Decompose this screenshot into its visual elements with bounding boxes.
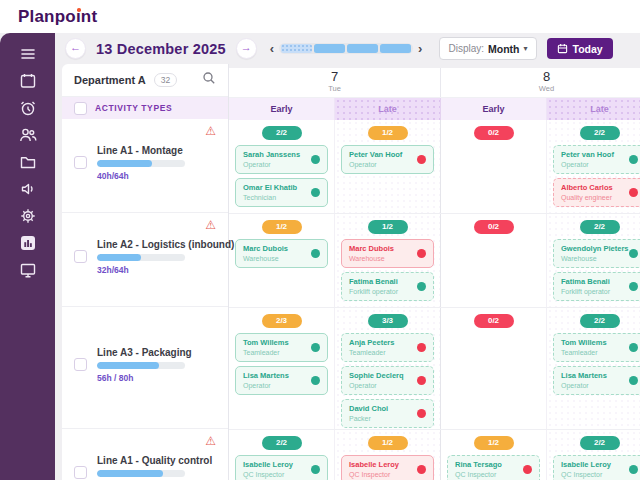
shift-cell[interactable]: 3/3 Anja Peeters Teamleader Sophie Decle… bbox=[335, 308, 441, 429]
status-dot bbox=[417, 343, 426, 352]
employee-card[interactable]: Tom Willems Teamleader bbox=[235, 333, 328, 362]
employee-role: QC Inspector bbox=[349, 471, 426, 478]
shift-cell[interactable]: 0/2 bbox=[441, 214, 547, 307]
mini-timeline-scrollbar[interactable] bbox=[279, 43, 413, 54]
employee-card[interactable]: Sophie Declerq Operator bbox=[341, 366, 434, 395]
employee-role: Teamleader bbox=[243, 349, 320, 356]
employee-card[interactable]: Isabelle Leroy QC Inspector bbox=[341, 455, 434, 480]
employee-card[interactable]: Marc Dubois Warehouse bbox=[341, 239, 434, 268]
employee-card[interactable]: Tom Willems Teamleader bbox=[553, 333, 640, 362]
timeline-prev-chevron[interactable]: ‹ bbox=[265, 41, 279, 56]
employee-card[interactable]: Anja Peeters Teamleader bbox=[341, 333, 434, 362]
capacity-badge: 2/2 bbox=[580, 314, 620, 328]
reports-chart-icon[interactable] bbox=[15, 233, 41, 252]
activity-list: ⚠ Line A1 - Montage 40h/64h ⚠ Line A2 - … bbox=[62, 119, 228, 480]
main-content: Department A 32 ACTIVITY TYPES ⚠ Line A1… bbox=[62, 64, 640, 480]
employee-card[interactable]: Lisa Martens Operator bbox=[553, 366, 640, 395]
display-label: Display: bbox=[448, 43, 484, 54]
employee-role: Warehouse bbox=[243, 255, 320, 262]
calendar-area: 7 Tue 8 Wed Early Late Early Late 2/2 Sa… bbox=[229, 64, 640, 480]
display-mode-dropdown[interactable]: Display: Month ▾ bbox=[439, 37, 536, 60]
employee-name: Fatima Benali bbox=[561, 277, 638, 286]
status-dot bbox=[311, 188, 320, 197]
employee-card[interactable]: Omar El Khatib Technician bbox=[235, 178, 328, 207]
activity-checkbox[interactable] bbox=[74, 156, 87, 169]
shift-cell[interactable]: 1/2 Peter Van Hoof Operator bbox=[335, 120, 441, 213]
timeline-segment[interactable] bbox=[347, 44, 378, 53]
employee-card[interactable]: Peter Van Hoof Operator bbox=[341, 145, 434, 174]
prev-date-button[interactable]: ← bbox=[65, 38, 86, 59]
shift-cell[interactable]: 0/2 bbox=[441, 308, 547, 429]
workstation-icon[interactable] bbox=[15, 260, 41, 279]
settings-gear-icon[interactable] bbox=[15, 206, 41, 225]
capacity-badge: 2/3 bbox=[262, 314, 302, 328]
employee-card[interactable]: Fatima Benali Forklift operator bbox=[553, 272, 640, 301]
status-dot bbox=[311, 376, 320, 385]
shift-cell[interactable]: 2/2 Sarah Janssens Operator Omar El Khat… bbox=[229, 120, 335, 213]
shift-cell[interactable]: 2/2 Isabelle Leroy QC Inspector bbox=[229, 430, 335, 480]
timeline-segment[interactable] bbox=[380, 44, 411, 53]
shift-cell[interactable]: 2/3 Tom Willems Teamleader Lisa Martens … bbox=[229, 308, 335, 429]
employee-name: Sarah Janssens bbox=[243, 150, 320, 159]
shift-cell[interactable]: 1/2 Marc Dubois Warehouse bbox=[229, 214, 335, 307]
activity-title: Line A1 - Quality control bbox=[97, 455, 212, 466]
employee-card[interactable]: Isabelle Leroy QC Inspector bbox=[235, 455, 328, 480]
employee-card[interactable]: Fatima Benali Forklift operator bbox=[341, 272, 434, 301]
menu-icon[interactable] bbox=[15, 44, 41, 63]
employee-card[interactable]: Isabelle Leroy QC Inspector bbox=[553, 455, 640, 480]
employee-name: Tom Willems bbox=[243, 338, 320, 347]
employee-card[interactable]: Lisa Martens Operator bbox=[235, 366, 328, 395]
employee-role: Teamleader bbox=[561, 349, 638, 356]
calendar-icon[interactable] bbox=[15, 71, 41, 90]
shift-cell[interactable]: 1/2 Marc Dubois Warehouse Fatima Benali … bbox=[335, 214, 441, 307]
employee-role: Operator bbox=[349, 382, 426, 389]
search-icon[interactable] bbox=[202, 71, 216, 89]
toolbar: ← 13 December 2025 → ‹ › Display: Month … bbox=[55, 33, 640, 64]
shift-cell[interactable]: 2/2 Gwendolyn Pieters Warehouse Fatima B… bbox=[547, 214, 640, 307]
timeline-next-chevron[interactable]: › bbox=[413, 41, 427, 56]
day-header[interactable]: 8 Wed bbox=[441, 68, 640, 97]
shift-header-late[interactable]: Late bbox=[547, 98, 640, 120]
shift-cell[interactable]: 2/2 Peter van Hoof Operator Alberto Carl… bbox=[547, 120, 640, 213]
employee-card[interactable]: Rina Tersago QC Inspector bbox=[447, 455, 540, 480]
activity-checkbox[interactable] bbox=[74, 466, 87, 479]
shift-cell[interactable]: 1/2 Rina Tersago QC Inspector bbox=[441, 430, 547, 480]
select-all-checkbox[interactable] bbox=[74, 102, 87, 115]
employee-role: Warehouse bbox=[561, 255, 638, 262]
status-dot bbox=[629, 155, 638, 164]
volume-icon[interactable] bbox=[15, 179, 41, 198]
employee-name: Fatima Benali bbox=[349, 277, 426, 286]
employee-card[interactable]: Marc Dubois Warehouse bbox=[235, 239, 328, 268]
shift-header-early[interactable]: Early bbox=[229, 98, 335, 120]
team-icon[interactable] bbox=[15, 125, 41, 144]
status-dot bbox=[629, 188, 638, 197]
employee-card[interactable]: Sarah Janssens Operator bbox=[235, 145, 328, 174]
capacity-badge: 3/3 bbox=[368, 314, 408, 328]
sidebar-nav bbox=[0, 33, 55, 480]
day-header[interactable]: 7 Tue bbox=[229, 68, 441, 97]
employee-card[interactable]: David Choi Packer bbox=[341, 399, 434, 428]
capacity-badge: 1/2 bbox=[262, 220, 302, 234]
shift-cell[interactable]: 2/2 Tom Willems Teamleader Lisa Martens … bbox=[547, 308, 640, 429]
activity-checkbox[interactable] bbox=[74, 358, 87, 371]
employee-card[interactable]: Gwendolyn Pieters Warehouse bbox=[553, 239, 640, 268]
timeline-segment[interactable] bbox=[314, 44, 345, 53]
capacity-badge: 2/2 bbox=[580, 436, 620, 450]
next-date-button[interactable]: → bbox=[236, 38, 257, 59]
employee-card[interactable]: Peter van Hoof Operator bbox=[553, 145, 640, 174]
timeline-segment[interactable] bbox=[281, 44, 312, 53]
shift-cell[interactable]: 2/2 Isabelle Leroy QC Inspector bbox=[547, 430, 640, 480]
alarm-clock-icon[interactable] bbox=[15, 98, 41, 117]
employee-card[interactable]: Alberto Carlos Quality engineer bbox=[553, 178, 640, 207]
activity-progress-bar bbox=[97, 254, 185, 261]
employee-name: Lisa Martens bbox=[243, 371, 320, 380]
activity-checkbox[interactable] bbox=[74, 250, 87, 263]
employee-name: Lisa Martens bbox=[561, 371, 638, 380]
shift-cell[interactable]: 1/2 Isabelle Leroy QC Inspector bbox=[335, 430, 441, 480]
shift-header-early[interactable]: Early bbox=[441, 98, 547, 120]
folder-icon[interactable] bbox=[15, 152, 41, 171]
today-button[interactable]: Today bbox=[547, 38, 613, 59]
shift-header-late[interactable]: Late bbox=[335, 98, 441, 120]
status-dot bbox=[417, 465, 426, 474]
shift-cell[interactable]: 0/2 bbox=[441, 120, 547, 213]
